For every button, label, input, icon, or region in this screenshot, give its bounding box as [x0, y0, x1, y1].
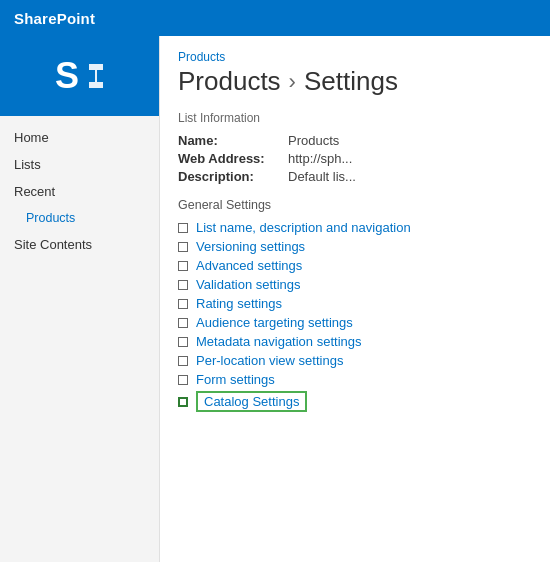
list-item: Validation settings [178, 277, 532, 292]
catalog-settings-item: Catalog Settings [178, 391, 532, 412]
bullet-icon [178, 318, 188, 328]
bullet-icon [178, 242, 188, 252]
list-name-link[interactable]: List name, description and navigation [196, 220, 411, 235]
sidebar-item-recent[interactable]: Recent [0, 178, 159, 205]
versioning-settings-link[interactable]: Versioning settings [196, 239, 305, 254]
info-value-web-address: http://sph... [288, 151, 352, 166]
svg-text:S: S [55, 55, 79, 96]
catalog-bullet-icon [178, 397, 188, 407]
bullet-icon [178, 280, 188, 290]
info-label-web-address: Web Address: [178, 151, 288, 166]
list-item: List name, description and navigation [178, 220, 532, 235]
list-item: Form settings [178, 372, 532, 387]
page-title-part2: Settings [304, 66, 398, 97]
main-area: S Home Lists Recent Products Site Conten… [0, 36, 550, 562]
list-item: Advanced settings [178, 258, 532, 273]
bullet-icon [178, 375, 188, 385]
info-value-description: Default lis... [288, 169, 356, 184]
validation-settings-link[interactable]: Validation settings [196, 277, 301, 292]
page-title-part1: Products [178, 66, 281, 97]
sidebar-logo: S [0, 36, 159, 116]
window: SharePoint S Home Lists Recent Products … [0, 0, 550, 562]
info-value-name: Products [288, 133, 339, 148]
info-row-name: Name: Products [178, 133, 532, 148]
bullet-icon [178, 299, 188, 309]
rating-settings-link[interactable]: Rating settings [196, 296, 282, 311]
bullet-icon [178, 261, 188, 271]
per-location-view-link[interactable]: Per-location view settings [196, 353, 343, 368]
sharepoint-logo-icon: S [45, 46, 115, 106]
list-info-table: Name: Products Web Address: http://sph..… [178, 133, 532, 184]
metadata-navigation-link[interactable]: Metadata navigation settings [196, 334, 362, 349]
list-info-header: List Information [178, 111, 532, 125]
title-arrow: › [289, 69, 296, 95]
top-bar: SharePoint [0, 0, 550, 36]
main-content: Products Products › Settings List Inform… [160, 36, 550, 562]
sidebar-navigation: Home Lists Recent Products Site Contents [0, 116, 159, 258]
list-item: Metadata navigation settings [178, 334, 532, 349]
sidebar-item-home[interactable]: Home [0, 124, 159, 151]
list-item: Rating settings [178, 296, 532, 311]
info-row-description: Description: Default lis... [178, 169, 532, 184]
list-item: Audience targeting settings [178, 315, 532, 330]
sidebar-item-products[interactable]: Products [0, 205, 159, 231]
info-label-description: Description: [178, 169, 288, 184]
info-label-name: Name: [178, 133, 288, 148]
bullet-icon [178, 356, 188, 366]
sidebar: S Home Lists Recent Products Site Conten… [0, 36, 160, 562]
general-settings-header: General Settings [178, 198, 532, 212]
app-title: SharePoint [14, 10, 95, 27]
sidebar-item-lists[interactable]: Lists [0, 151, 159, 178]
catalog-settings-link[interactable]: Catalog Settings [196, 391, 307, 412]
audience-targeting-link[interactable]: Audience targeting settings [196, 315, 353, 330]
page-title: Products › Settings [178, 66, 532, 97]
info-row-web-address: Web Address: http://sph... [178, 151, 532, 166]
advanced-settings-link[interactable]: Advanced settings [196, 258, 302, 273]
breadcrumb[interactable]: Products [178, 50, 532, 64]
bullet-icon [178, 223, 188, 233]
sidebar-item-site-contents[interactable]: Site Contents [0, 231, 159, 258]
settings-list: List name, description and navigation Ve… [178, 220, 532, 387]
list-item: Per-location view settings [178, 353, 532, 368]
list-item: Versioning settings [178, 239, 532, 254]
bullet-icon [178, 337, 188, 347]
form-settings-link[interactable]: Form settings [196, 372, 275, 387]
